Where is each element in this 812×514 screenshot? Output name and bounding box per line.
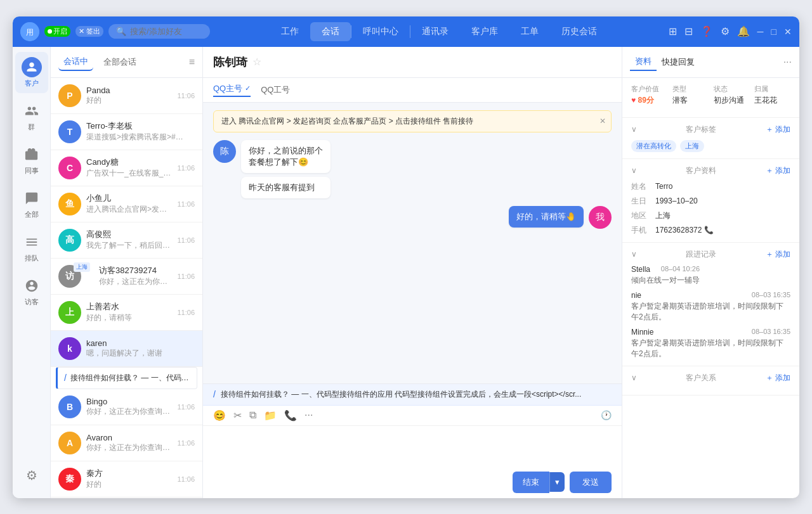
notice-bar: 进入 腾讯企点官网 > 发起咨询页 企点客服产品页 > 点击接待组件 售前接待 … (213, 110, 612, 132)
title-bar-right: ⊞ ⊟ ❓ ⚙ 🔔 ─ □ ✕ (669, 25, 792, 37)
conv-item-candy[interactable]: C Candy糖 广告双十一_在线客服_客服机器人>进入 11:06 (51, 150, 202, 186)
star-button[interactable]: ☆ (252, 56, 261, 68)
minimize-button[interactable]: ─ (757, 27, 764, 37)
rp-customer-relation: ∨ 客户关系 ＋ 添加 (622, 366, 799, 395)
info-add-button[interactable]: ＋ 添加 (766, 165, 790, 176)
relation-add-button[interactable]: ＋ 添加 (766, 373, 790, 383)
qq-work-tab[interactable]: QQ工号 (261, 84, 290, 96)
nav-item-call[interactable]: 呼叫中心 (351, 22, 410, 41)
all-label: 全部 (25, 210, 39, 219)
conv-time-panda: 11:06 (177, 92, 195, 100)
sidebar-item-colleague[interactable]: 同事 (15, 139, 48, 181)
help-icon[interactable]: ❓ (700, 25, 713, 37)
nav-item-history[interactable]: 历史会话 (550, 22, 608, 41)
more-icon[interactable]: ··· (304, 409, 313, 421)
nav-item-customers[interactable]: 客户库 (460, 22, 509, 41)
settings-icon[interactable]: ⚙ (721, 25, 730, 37)
conv-item-gaojun[interactable]: 高 高俊熙 我先了解一下，稍后回复你 11:06 (51, 222, 202, 259)
visitor-icon (22, 276, 42, 296)
conv-item-shangshan[interactable]: 上 上善若水 好的，请稍等 11:06 (51, 295, 202, 331)
info-row-region: 地区 上海 (631, 210, 790, 221)
rp-tab-quickreply[interactable]: 快捷回复 (657, 54, 700, 70)
apps-icon[interactable]: ⊞ (669, 25, 677, 37)
colleague-icon (22, 145, 42, 165)
search-icon: 🔍 (116, 27, 126, 36)
info-toggle-icon: ∨ (631, 166, 637, 175)
conv-item-xiaoyu[interactable]: 鱼 小鱼儿 进入腾讯企点官网>发起咨询页企点客服/ 11:06 (51, 186, 202, 222)
send-button[interactable]: 发送 (570, 472, 612, 493)
conv-info-shangshan: 上善若水 好的，请稍等 (86, 301, 172, 323)
follow-record-0: Stella 08–04 10:26 倾向在线一对一辅导 (631, 265, 790, 286)
meta-status-label: 状态 (714, 84, 750, 94)
end-button[interactable]: 结束 (513, 472, 549, 493)
conv-avatar-bingo: B (58, 395, 81, 418)
suggestion-popup[interactable]: / 接待组件如何挂载？ — 一、代码型接待组件的应用 代码型接待组件设置完成后，… (56, 367, 197, 389)
nav-item-tickets[interactable]: 工单 (509, 22, 550, 41)
fr-time-2: 08–03 16:35 (752, 328, 790, 337)
time-icon[interactable]: 🕐 (601, 410, 612, 420)
conv-avatar-gaojun: 高 (58, 229, 81, 252)
maximize-button[interactable]: □ (771, 27, 776, 37)
nav-item-contacts[interactable]: 通讯录 (410, 22, 460, 41)
conv-name-candy: Candy糖 (86, 157, 172, 168)
sidebar-item-all[interactable]: 全部 (15, 183, 48, 224)
tab-all-chats[interactable]: 全部会话 (98, 54, 141, 70)
conv-info-bingo: Bingo 你好，这正在为你查询，请稍等 (86, 397, 172, 417)
signout-badge[interactable]: ✕ 签出 (75, 26, 103, 37)
conv-item-karen[interactable]: k karen 嗯，问题解决了，谢谢 (51, 331, 202, 367)
end-button-arrow[interactable]: ▾ (549, 472, 565, 492)
folder-icon[interactable]: 📁 (264, 409, 277, 421)
conv-info-gaojun: 高俊熙 我先了解一下，稍后回复你 (86, 229, 172, 251)
popup-slash-icon: / (64, 373, 67, 383)
main-content: 客户 群 同事 全部 (13, 47, 799, 498)
conv-preview-terro: 渠道搜狐>搜索腾讯客服>#广告双十一_在 (86, 132, 190, 143)
conv-item-terro[interactable]: T Terro-李老板 渠道搜狐>搜索腾讯客服>#广告双十一_在 (51, 114, 202, 150)
suggestion-bar[interactable]: / 接待组件如何挂载？ — 一、代码型接待组件的应用 代码型接待组件设置完成后，… (203, 384, 622, 406)
conv-item-avaron[interactable]: A Avaron 你好，这正在为你查询，请稍等 11:06 (51, 425, 202, 461)
visitor-tag: 上海 (74, 262, 90, 272)
status-badge[interactable]: 开启 (44, 26, 70, 37)
conv-item-visitor382[interactable]: 访 上海 访客382739274 你好，这正在为你查询，请稍等 11:06 (51, 259, 202, 295)
nav-item-work[interactable]: 工作 (270, 22, 310, 41)
bell-icon[interactable]: 🔔 (737, 25, 750, 37)
qq-main-tab[interactable]: QQ主号 ✓ (213, 83, 251, 97)
conv-avatar-panda: P (58, 84, 81, 107)
copy-icon[interactable]: ⧉ (249, 409, 256, 421)
scissors-icon[interactable]: ✂ (233, 409, 242, 421)
close-button[interactable]: ✕ (784, 27, 792, 37)
conv-info-terro: Terro-李老板 渠道搜狐>搜索腾讯客服>#广告双十一_在 (86, 120, 190, 143)
sidebar-item-queue[interactable]: 排队 (15, 227, 48, 268)
phone-icon[interactable]: 📞 (284, 409, 297, 421)
nav-bar: 工作 会话 呼叫中心 通讯录 客户库 工单 历史会话 (215, 22, 664, 41)
sidebar-item-visitor[interactable]: 访客 (15, 271, 48, 312)
chat-input[interactable] (203, 426, 622, 466)
settings-bottom-icon[interactable]: ⚙ (15, 463, 48, 488)
tab-active-chats[interactable]: 会话中 (58, 53, 93, 71)
grid-icon[interactable]: ⊟ (684, 25, 693, 37)
notice-close-button[interactable]: ✕ (599, 117, 606, 125)
search-input[interactable] (130, 27, 206, 36)
filter-icon[interactable]: ≡ (189, 56, 195, 68)
conv-item-bingo[interactable]: B Bingo 你好，这正在为你查询，请稍等 11:06 (51, 389, 202, 425)
rp-menu-icon[interactable]: ··· (783, 56, 792, 68)
conv-item-panda[interactable]: P Panda 好的 11:06 (51, 78, 202, 114)
conv-item-qinfang[interactable]: 秦 秦方 好的 11:06 (51, 461, 202, 498)
conv-item-baixiaoyue[interactable]: 白 白小月 好的 11:06 (51, 498, 202, 498)
sidebar-item-customer[interactable]: 客户 (15, 52, 48, 93)
search-bar[interactable]: 🔍 (108, 24, 210, 39)
rp-tab-profile[interactable]: 资料 (630, 53, 657, 71)
conv-avatar-qinfang: 秦 (58, 468, 81, 491)
sidebar-item-group[interactable]: 群 (15, 96, 48, 137)
conv-time-visitor382: 11:06 (177, 273, 195, 280)
tags-add-button[interactable]: ＋ 添加 (766, 124, 790, 135)
conv-time-shangshan: 11:06 (177, 309, 195, 316)
title-bar-left: 用 开启 ✕ 签出 🔍 (20, 22, 210, 41)
follow-add-button[interactable]: ＋ 添加 (766, 249, 790, 260)
follow-records-list: Stella 08–04 10:26 倾向在线一对一辅导 (631, 265, 790, 359)
conv-preview-gaojun: 我先了解一下，稍后回复你 (86, 240, 172, 251)
nav-item-chat[interactable]: 会话 (310, 22, 351, 41)
follow-title-text: 跟进记录 (686, 249, 716, 260)
suggestion-text: 接待组件如何挂载？ — 一、代码型接待组件的应用 代码型接待组件设置完成后，会生… (221, 389, 612, 400)
phone-call-icon[interactable]: 📞 (704, 226, 714, 235)
emoji-icon[interactable]: 😊 (213, 409, 226, 421)
